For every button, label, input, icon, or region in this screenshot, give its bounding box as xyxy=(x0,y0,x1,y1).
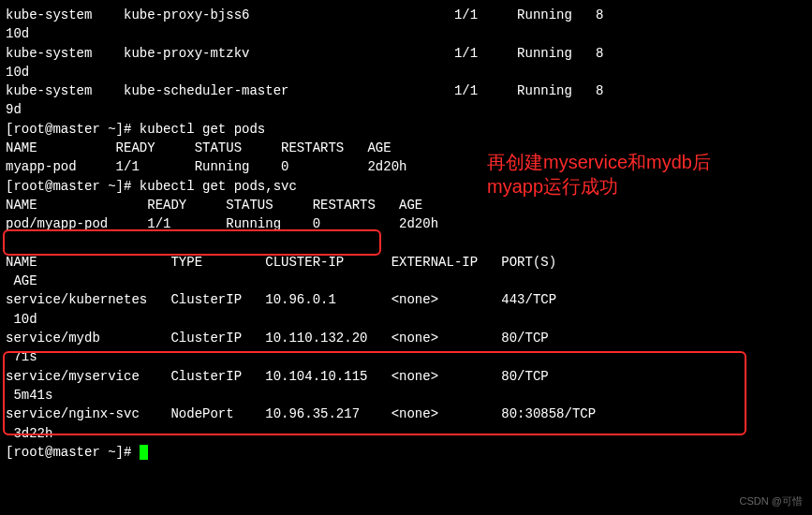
svc-row: service/nginx-svc NodePort 10.96.35.217 … xyxy=(6,405,806,423)
svc-header: NAME TYPE CLUSTER-IP EXTERNAL-IP PORT(S) xyxy=(6,253,806,272)
shell-prompt-line-2[interactable]: [root@master ~]# kubectl get pods,svc xyxy=(6,177,806,196)
pods1-header: NAME READY STATUS RESTARTS AGE xyxy=(6,139,806,157)
svc-row: service/mydb ClusterIP 10.110.132.20 <no… xyxy=(6,329,806,347)
svc-row: service/kubernetes ClusterIP 10.96.0.1 <… xyxy=(6,290,806,309)
svc-header-age: AGE xyxy=(6,272,806,290)
pods1-row: myapp-pod 1/1 Running 0 2d20h xyxy=(6,157,806,176)
shell-prompt-line-1[interactable]: [root@master ~]# kubectl get pods xyxy=(6,120,806,139)
pods2-row: pod/myapp-pod 1/1 Running 0 2d20h xyxy=(6,214,806,233)
watermark: CSDN @可惜 xyxy=(740,494,803,509)
shell-prompt-line-3[interactable]: [root@master ~]# xyxy=(6,443,806,462)
blank-line xyxy=(6,234,806,253)
svc-row-age: 71s xyxy=(6,347,806,366)
pod-row: kube-system kube-proxy-mtzkv 1/1 Running… xyxy=(6,44,806,63)
pod-row-age: 10d xyxy=(6,63,806,81)
cursor xyxy=(140,445,148,460)
svc-row-age: 10d xyxy=(6,310,806,329)
prompt: [root@master ~]# xyxy=(6,179,140,194)
svc-row-age: 5m41s xyxy=(6,386,806,405)
pod-row: kube-system kube-scheduler-master 1/1 Ru… xyxy=(6,81,806,100)
prompt: [root@master ~]# xyxy=(6,122,140,137)
command: kubectl get pods,svc xyxy=(140,179,297,194)
pod-row: kube-system kube-proxy-bjss6 1/1 Running… xyxy=(6,6,806,24)
pod-row-age: 10d xyxy=(6,24,806,43)
command: kubectl get pods xyxy=(140,122,265,137)
pods2-header: NAME READY STATUS RESTARTS AGE xyxy=(6,196,806,214)
pod-row-age: 9d xyxy=(6,100,806,119)
prompt: [root@master ~]# xyxy=(6,445,140,460)
svc-row: service/myservice ClusterIP 10.104.10.11… xyxy=(6,367,806,386)
svc-row-age: 3d22h xyxy=(6,424,806,443)
